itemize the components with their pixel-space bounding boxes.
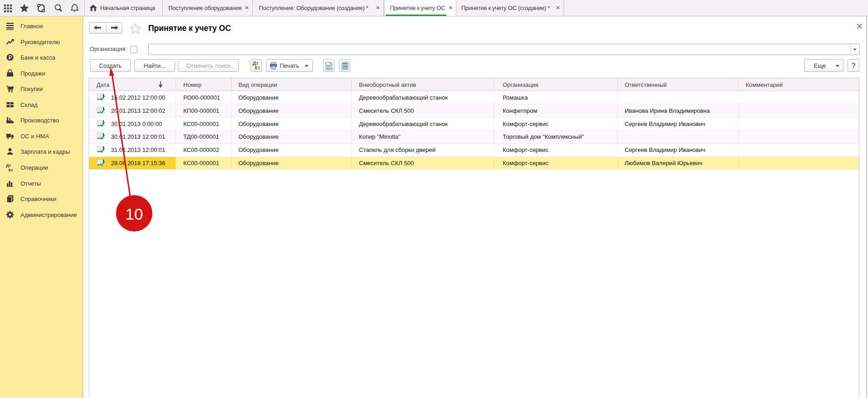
svg-text:Кт: Кт xyxy=(9,167,14,172)
